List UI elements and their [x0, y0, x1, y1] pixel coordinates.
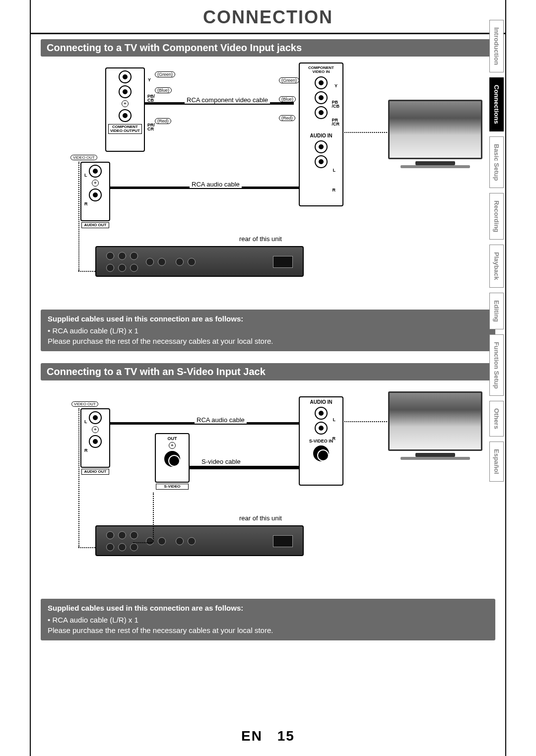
cable-svideo-text: S-video cable	[200, 458, 243, 465]
color-red-l: (Red)	[155, 118, 171, 124]
rear-port	[188, 537, 196, 545]
rear-port	[146, 258, 154, 266]
dotted-to-tv	[344, 132, 389, 133]
note-heading-1: Supplied cables used in this connection …	[48, 314, 488, 324]
tab-espanol[interactable]: Español	[489, 441, 504, 482]
jack-l-out	[89, 165, 102, 178]
section2-title: Connecting to a TV with an S-Video Input…	[41, 363, 495, 380]
jack-pb-in	[315, 91, 328, 104]
audio-out-label: AUDIO OUT	[81, 222, 109, 228]
color-blue-l: (Blue)	[155, 87, 172, 93]
rear-port	[130, 252, 138, 260]
jack-r-out	[89, 189, 102, 201]
label-r-in-2: R	[333, 436, 336, 441]
screw-icon: +	[92, 426, 99, 433]
audio-out-panel: + L R AUDIO OUT	[80, 162, 110, 221]
tv-screen-2	[388, 391, 482, 451]
color-blue-r: (Blue)	[279, 96, 296, 102]
rear-port-rect	[273, 535, 293, 547]
tab-basic-setup[interactable]: Basic Setup	[489, 136, 504, 188]
tab-introduction[interactable]: Introduction	[489, 20, 504, 72]
rear-port	[106, 264, 114, 272]
rear-unit	[95, 246, 304, 277]
svideo-in-label: S-VIDEO IN	[300, 439, 342, 443]
rear-port-rect	[273, 256, 293, 268]
jack-pr-out	[119, 109, 132, 122]
rear-port	[176, 537, 184, 545]
rear-port	[118, 252, 126, 260]
tv-illustration	[388, 100, 482, 168]
rear-port	[130, 264, 138, 272]
page-title: CONNECTION	[31, 0, 505, 34]
label-l-in: L	[333, 168, 336, 173]
dotted-to-tv-2	[344, 421, 389, 422]
cable-audio-text-2: RCA audio cable	[195, 416, 247, 424]
rear-unit-2	[95, 525, 304, 556]
video-out-pill-2: VIDEO OUT	[71, 401, 98, 407]
svideo-out-panel: OUT + S-VIDEO	[155, 433, 190, 483]
component-out-label: COMPONENT VIDEO OUTPUT	[108, 124, 142, 134]
jack-y-out	[119, 70, 132, 83]
out-label: OUT	[156, 436, 189, 441]
tab-function-setup[interactable]: Function Setup	[489, 334, 504, 396]
rear-port	[106, 252, 114, 260]
footer-page: 15	[277, 728, 295, 744]
dotted-sv-h	[133, 542, 153, 543]
svideo-in-port	[313, 445, 329, 461]
jack-r-in	[315, 155, 328, 168]
jack-l-in-2	[315, 407, 328, 420]
component-in-label: COMPONENT VIDEO IN	[302, 65, 340, 74]
component-out-panel: + COMPONENT VIDEO OUTPUT Y PB/ CB PR/ CR	[105, 67, 145, 152]
screw-icon: +	[92, 180, 99, 187]
jack-pb-out	[119, 85, 132, 98]
label-r-out: R	[84, 201, 88, 206]
label-pbcb: PB/ CB	[147, 94, 155, 102]
jack-y-in	[315, 76, 328, 89]
tv-screen	[388, 100, 482, 159]
cable-svideo-line	[190, 466, 299, 469]
cable-video-text: RCA component video cable	[185, 96, 270, 104]
note-item-2: • RCA audio cable (L/R) x 1	[48, 615, 488, 625]
screw-icon: +	[169, 442, 176, 449]
rear-port	[130, 531, 138, 539]
svideo-out-port	[164, 451, 180, 467]
color-red-r: (Red)	[279, 115, 295, 121]
rear-port	[118, 543, 126, 551]
rear-port	[158, 537, 166, 545]
diagram-svideo: VIDEO OUT + L R AUDIO OUT OUT + S-VIDEO …	[41, 386, 495, 590]
tab-editing[interactable]: Editing	[489, 293, 504, 329]
tv-base	[401, 165, 470, 168]
note-extra-1: Please purchase the rest of the necessar…	[48, 336, 488, 346]
audio-in-label-2: AUDIO IN	[300, 399, 342, 405]
tab-playback[interactable]: Playback	[489, 245, 504, 287]
footer-lang: EN	[241, 728, 263, 744]
rear-port	[158, 258, 166, 266]
cable-audio-text: RCA audio cable	[190, 181, 242, 188]
label-r-in: R	[333, 188, 336, 192]
label-l-out-2: L	[84, 419, 87, 424]
rear-caption-2: rear of this unit	[239, 514, 282, 522]
color-green-r: (Green)	[279, 77, 299, 83]
rear-port	[106, 531, 114, 539]
audio-out-panel-2: + L R AUDIO OUT	[80, 408, 110, 468]
tv-stand-2	[415, 453, 455, 457]
tab-others[interactable]: Others	[489, 401, 504, 437]
audio-out-label-2: AUDIO OUT	[81, 469, 109, 475]
jack-l-in	[315, 140, 328, 153]
dotted-left-v-2	[78, 408, 79, 547]
note-box-1: Supplied cables used in this connection …	[41, 310, 495, 351]
note-box-2: Supplied cables used in this connection …	[41, 599, 495, 640]
page-frame: CONNECTION Connecting to a TV with Compo…	[30, 0, 506, 756]
tab-connections[interactable]: Connections	[489, 77, 504, 131]
jack-l-out-2	[89, 411, 102, 424]
jack-r-out-2	[89, 435, 102, 448]
tab-recording[interactable]: Recording	[489, 193, 504, 240]
note-heading-2: Supplied cables used in this connection …	[48, 603, 488, 613]
tv-illustration-2	[388, 391, 482, 460]
rear-port	[176, 258, 184, 266]
tv-input-panel-2: AUDIO IN S-VIDEO IN L R	[299, 396, 343, 486]
jack-r-in-2	[315, 422, 328, 435]
label-l-out: L	[84, 173, 87, 178]
side-tabs: Introduction Connections Basic Setup Rec…	[489, 20, 506, 487]
label-y: Y	[148, 77, 151, 82]
